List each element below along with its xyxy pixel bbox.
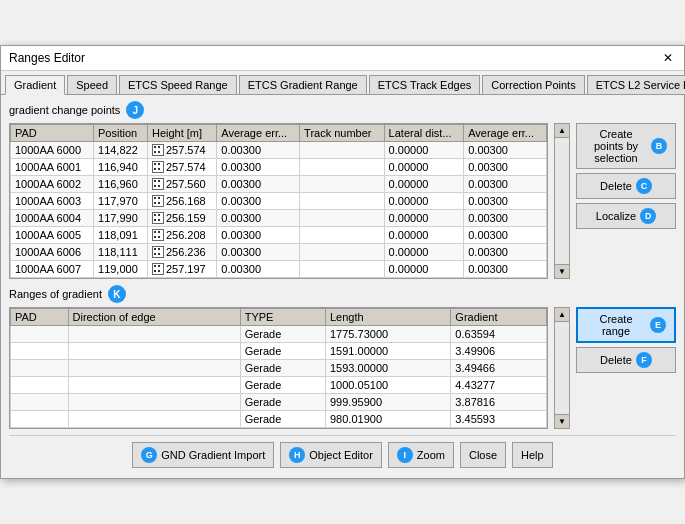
section2-table-scroll[interactable]: PAD Direction of edge TYPE Length Gradie… [10,308,547,428]
table-cell: 0.00300 [217,159,300,176]
gradient-change-points-table: PAD Position Height [m] Average err... T… [10,124,547,278]
table-row[interactable]: Gerade1775.730000.63594 [11,326,547,343]
table-row[interactable]: Gerade980.019003.45593 [11,411,547,428]
gnd-gradient-import-button[interactable]: G GND Gradient Import [132,442,274,468]
table-cell: 1000AA 6007 [11,261,94,278]
table-cell [68,360,240,377]
table-cell [11,343,69,360]
table-cell [68,411,240,428]
table-cell: 0.00300 [464,210,547,227]
tab-etcs-track-edges[interactable]: ETCS Track Edges [369,75,481,94]
table-row[interactable]: 1000AA 6004117,990 256.159 0.003000.0000… [11,210,547,227]
table-cell [11,360,69,377]
table-row[interactable]: 1000AA 6006118,111 256.236 0.003000.0000… [11,244,547,261]
section2-header: Ranges of gradient K [9,285,676,303]
table-cell [68,343,240,360]
section2-scrollbar[interactable]: ▲ ▼ [554,307,570,429]
table-cell: 0.00000 [384,210,464,227]
table-cell: 1000AA 6000 [11,142,94,159]
close-window-button[interactable]: ✕ [660,50,676,66]
localize-button[interactable]: Localize D [576,203,676,229]
table-cell: 0.00000 [384,193,464,210]
section1-table-scroll[interactable]: PAD Position Height [m] Average err... T… [10,124,547,278]
table-cell [300,159,385,176]
table-cell [300,142,385,159]
delete-range-button[interactable]: Delete F [576,347,676,373]
zoom-button[interactable]: I Zoom [388,442,454,468]
scroll-down-btn[interactable]: ▼ [555,264,569,278]
section1-buttons: Create points by selection B Delete C Lo… [576,123,676,279]
table-cell: 256.168 [147,193,216,210]
table-cell: 0.63594 [451,326,547,343]
table-cell: 0.00000 [384,244,464,261]
scroll-up-btn[interactable]: ▲ [555,124,569,138]
table-cell: 256.236 [147,244,216,261]
table-row[interactable]: 1000AA 6000114,822 257.574 0.003000.0000… [11,142,547,159]
tab-etcs-l2[interactable]: ETCS L2 Service Functions [587,75,685,94]
help-button[interactable]: Help [512,442,553,468]
table-row[interactable]: Gerade1593.000003.49466 [11,360,547,377]
gnd-gradient-badge: G [141,447,157,463]
col2-direction: Direction of edge [68,309,240,326]
table-cell: 0.00300 [217,142,300,159]
col2-gradient: Gradient [451,309,547,326]
table-row[interactable]: 1000AA 6007119,000 257.197 0.003000.0000… [11,261,547,278]
table-cell: 0.00300 [217,210,300,227]
table-cell: 257.197 [147,261,216,278]
table-row[interactable]: Gerade1591.000003.49906 [11,343,547,360]
table-cell: 116,960 [94,176,148,193]
table-cell: Gerade [240,343,325,360]
section1-table-container: PAD Position Height [m] Average err... T… [9,123,548,279]
table-row[interactable]: Gerade999.959003.87816 [11,394,547,411]
table-cell: 257.560 [147,176,216,193]
table-cell: 1591.00000 [326,343,451,360]
table-cell: 0.00000 [384,176,464,193]
title-bar: Ranges Editor ✕ [1,46,684,71]
tab-etcs-speed-range[interactable]: ETCS Speed Range [119,75,237,94]
table-cell: 0.00300 [464,261,547,278]
delete-point-button[interactable]: Delete C [576,173,676,199]
delete-point-label: Delete [600,180,632,192]
create-range-label: Create range [586,313,646,337]
table-cell: Gerade [240,377,325,394]
object-editor-button[interactable]: H Object Editor [280,442,382,468]
tab-correction-points[interactable]: Correction Points [482,75,584,94]
tab-gradient[interactable]: Gradient [5,75,65,95]
create-points-by-selection-button[interactable]: Create points by selection B [576,123,676,169]
table-cell: 117,990 [94,210,148,227]
section2-buttons: Create range E Delete F [576,307,676,429]
scroll2-up-btn[interactable]: ▲ [555,308,569,322]
tab-etcs-gradient-range[interactable]: ETCS Gradient Range [239,75,367,94]
create-range-button[interactable]: Create range E [576,307,676,343]
table-row[interactable]: Gerade1000.051004.43277 [11,377,547,394]
ranges-of-gradient-table: PAD Direction of edge TYPE Length Gradie… [10,308,547,428]
table-cell [300,176,385,193]
table-cell: 116,940 [94,159,148,176]
object-editor-label: Object Editor [309,449,373,461]
section1-table-area: PAD Position Height [m] Average err... T… [9,123,676,279]
table-cell: 0.00000 [384,261,464,278]
delete-range-badge: F [636,352,652,368]
table-cell [68,326,240,343]
section1-label: gradient change points [9,104,120,116]
table-cell: 256.208 [147,227,216,244]
table-cell: 0.00300 [464,142,547,159]
bottom-buttons: G GND Gradient Import H Object Editor I … [9,435,676,472]
col2-pad: PAD [11,309,69,326]
help-label: Help [521,449,544,461]
table-cell: 0.00300 [464,176,547,193]
close-button[interactable]: Close [460,442,506,468]
table-row[interactable]: 1000AA 6002116,960 257.560 0.003000.0000… [11,176,547,193]
table-row[interactable]: 1000AA 6003117,970 256.168 0.003000.0000… [11,193,547,210]
scroll2-down-btn[interactable]: ▼ [555,414,569,428]
table-cell [300,244,385,261]
tab-speed[interactable]: Speed [67,75,117,94]
table-cell: 1000.05100 [326,377,451,394]
table-cell: Gerade [240,360,325,377]
section1-scrollbar[interactable]: ▲ ▼ [554,123,570,279]
zoom-label: Zoom [417,449,445,461]
table-row[interactable]: 1000AA 6001116,940 257.574 0.003000.0000… [11,159,547,176]
create-points-label: Create points by selection [585,128,647,164]
section1-badge: J [126,101,144,119]
table-row[interactable]: 1000AA 6005118,091 256.208 0.003000.0000… [11,227,547,244]
